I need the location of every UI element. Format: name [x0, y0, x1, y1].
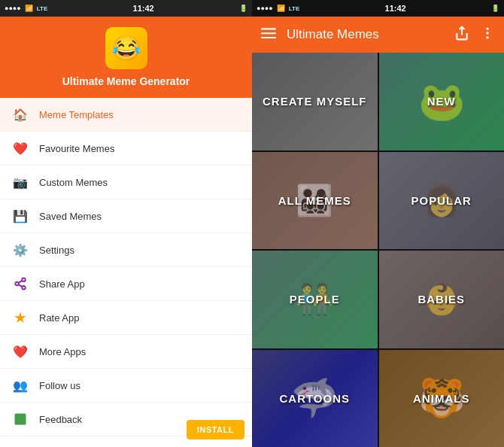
hamburger-icon[interactable]: [261, 26, 276, 44]
install-button[interactable]: INSTALL: [187, 420, 244, 439]
nav-item-favourite-memes[interactable]: ❤️ Favourite Memes: [0, 132, 252, 166]
nav-label-saved-memes: Saved Memes: [39, 211, 102, 222]
app-logo-inner: 😂: [105, 27, 147, 69]
nav-item-follow-us[interactable]: 👥 Follow us: [0, 369, 252, 403]
app-logo: 😂: [105, 27, 147, 69]
nav-label-follow-us: Follow us: [39, 380, 80, 391]
svg-point-12: [486, 36, 488, 38]
app-name-right: Ultimate Memes: [287, 27, 454, 42]
grid-cell-animals[interactable]: 🐯 ANIMALS: [379, 350, 505, 448]
install-area: INSTALL: [187, 420, 244, 439]
all-memes-label: ALL MEMES: [278, 194, 351, 207]
right-status-icons-right: 🔋: [491, 5, 499, 12]
new-label: NEW: [427, 95, 456, 108]
grid-cell-babies[interactable]: 👶 BABIES: [379, 251, 505, 348]
feedback-icon: [12, 411, 29, 427]
more-icon[interactable]: [480, 26, 495, 44]
nav-label-share-app: Share App: [39, 278, 85, 290]
meme-grid: CREATE MYSELF 🐸 NEW 👨‍👩‍👧‍👦 ALL MEMES 👩: [252, 53, 504, 447]
grid-cell-popular[interactable]: 👩 POPULAR: [379, 152, 505, 250]
svg-rect-7: [261, 32, 276, 34]
nav-label-custom-memes: Custom Memes: [39, 177, 108, 188]
nav-label-favourite-memes: Favourite Memes: [39, 143, 114, 154]
svg-point-1: [15, 282, 19, 286]
app-header-right: Ultimate Memes: [252, 17, 504, 53]
right-status-icons-left: ●●●● 📶 LTE: [257, 5, 299, 12]
svg-rect-6: [261, 28, 276, 29]
babies-label: BABIES: [417, 293, 465, 306]
animals-label: ANIMALS: [413, 392, 469, 405]
right-time: 11:42: [385, 4, 406, 13]
grid-cell-people[interactable]: 🧑‍🤝‍🧑 PEOPLE: [252, 251, 378, 348]
heart2-icon: ❤️: [12, 343, 29, 360]
right-panel: ●●●● 📶 LTE 11:42 🔋 Ultimate Memes: [252, 0, 504, 447]
create-label: CREATE MYSELF: [263, 95, 367, 108]
share-icon: [12, 275, 29, 292]
grid-cell-new[interactable]: 🐸 NEW: [379, 53, 505, 151]
status-bar-left: ●●●● 📶 LTE 11:42 🔋: [0, 0, 252, 17]
grid-cell-create-myself[interactable]: CREATE MYSELF: [252, 53, 378, 151]
left-status-icons: ●●●● 📶 LTE: [5, 5, 47, 12]
nav-label-more-apps: More Apps: [39, 346, 86, 357]
people-icon: 👥: [12, 377, 29, 394]
svg-point-2: [22, 286, 26, 290]
nav-label-meme-templates: Meme Templates: [39, 109, 114, 120]
svg-rect-5: [15, 414, 26, 425]
nav-label-feedback: Feedback: [39, 414, 82, 425]
nav-item-rate-app[interactable]: ★ Rate App: [0, 301, 252, 335]
popular-label: POPULAR: [411, 194, 472, 207]
svg-point-10: [486, 27, 488, 29]
settings-icon: ⚙️: [12, 242, 29, 258]
cartoons-label: CARTOONS: [279, 392, 350, 405]
nav-label-settings: Settings: [39, 245, 74, 256]
left-panel: ●●●● 📶 LTE 11:42 🔋 😂 Ultimate Meme Gener…: [0, 0, 252, 447]
nav-label-rate-app: Rate App: [39, 312, 80, 324]
grid-cell-all-memes[interactable]: 👨‍👩‍👧‍👦 ALL MEMES: [252, 152, 378, 250]
nav-item-settings[interactable]: ⚙️ Settings: [0, 233, 252, 267]
svg-point-11: [486, 32, 488, 34]
camera-icon: 📷: [12, 174, 29, 190]
share-header-icon[interactable]: [454, 26, 469, 44]
svg-point-0: [22, 278, 26, 282]
nav-item-saved-memes[interactable]: 💾 Saved Memes: [0, 199, 252, 233]
nav-item-share-app[interactable]: Share App: [0, 267, 252, 301]
heart-icon: ❤️: [12, 140, 29, 157]
star-icon: ★: [12, 309, 29, 326]
left-time: 11:42: [133, 4, 154, 13]
svg-line-3: [18, 284, 22, 287]
home-icon: 🏠: [12, 106, 29, 123]
svg-line-4: [18, 281, 22, 283]
grid-cell-cartoons[interactable]: 🦈 CARTOONS: [252, 350, 378, 448]
status-bar-right: ●●●● 📶 LTE 11:42 🔋: [252, 0, 504, 17]
nav-item-meme-templates[interactable]: 🏠 Meme Templates: [0, 98, 252, 132]
people-label: PEOPLE: [290, 293, 340, 306]
nav-menu: 🏠 Meme Templates ❤️ Favourite Memes 📷 Cu…: [0, 98, 252, 447]
logo-emoji: 😂: [111, 34, 141, 62]
save-icon: 💾: [12, 208, 29, 224]
nav-item-custom-memes[interactable]: 📷 Custom Memes: [0, 166, 252, 199]
header-right-icons: [454, 26, 495, 44]
svg-rect-8: [261, 37, 276, 38]
app-header-left: 😂 Ultimate Meme Generator: [0, 17, 252, 98]
left-right-status-icons: 🔋: [239, 5, 247, 12]
nav-item-more-apps[interactable]: ❤️ More Apps: [0, 335, 252, 369]
app-title: Ultimate Meme Generator: [62, 75, 190, 87]
